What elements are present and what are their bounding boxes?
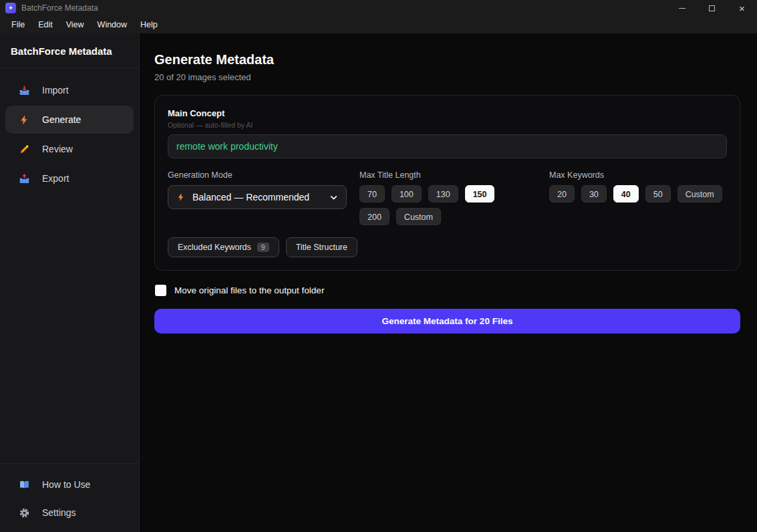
- title-structure-button[interactable]: Title Structure: [286, 237, 357, 257]
- title-length-custom[interactable]: Custom: [396, 208, 441, 225]
- keywords-30[interactable]: 30: [581, 185, 607, 203]
- generation-mode-label: Generation Mode: [168, 170, 347, 180]
- chevron-down-icon: [329, 193, 338, 202]
- excluded-keywords-label: Excluded Keywords: [178, 243, 251, 252]
- sidebar-item-export[interactable]: Export: [5, 164, 134, 192]
- title-length-150[interactable]: 150: [465, 185, 495, 203]
- sidebar-item-label: How to Use: [42, 479, 90, 490]
- gear-icon: [19, 507, 30, 519]
- move-files-row: Move original files to the output folder: [154, 285, 740, 296]
- sidebar-nav: Import Generate: [0, 68, 139, 201]
- minimize-icon: [679, 8, 686, 9]
- extras-row: Excluded Keywords 9 Title Structure: [168, 237, 727, 257]
- sidebar-item-label: Export: [42, 173, 69, 184]
- move-files-checkbox[interactable]: [155, 285, 166, 296]
- maximize-icon: [709, 5, 715, 11]
- window-title: BatchForce Metadata: [21, 3, 98, 13]
- sidebar-item-label: Settings: [42, 507, 76, 518]
- max-title-length-group: Max Title Length 70 100 130 150 200 Cust…: [359, 170, 549, 225]
- sidebar-app-name: BatchForce Metadata: [11, 45, 128, 57]
- keywords-40[interactable]: 40: [613, 185, 639, 203]
- main-content: Generate Metadata 20 of 20 images select…: [140, 33, 757, 532]
- generation-mode-value: Balanced — Recommended: [192, 192, 309, 203]
- title-length-200[interactable]: 200: [359, 208, 390, 225]
- menu-help[interactable]: Help: [134, 18, 164, 31]
- close-button[interactable]: ×: [727, 0, 757, 16]
- book-icon: [19, 479, 30, 491]
- excluded-keywords-button[interactable]: Excluded Keywords 9: [168, 237, 279, 257]
- sidebar-item-settings[interactable]: Settings: [5, 499, 134, 527]
- maximize-button[interactable]: [697, 0, 727, 16]
- lightning-icon: [176, 192, 186, 202]
- sidebar-item-label: Review: [42, 144, 73, 154]
- title-length-70[interactable]: 70: [359, 185, 385, 203]
- sidebar-item-generate[interactable]: Generate: [5, 106, 134, 134]
- max-keywords-options: 20 30 40 50 Custom: [549, 185, 727, 203]
- pencil-icon: [19, 144, 30, 155]
- outbox-tray-icon: [19, 173, 30, 184]
- title-structure-label: Title Structure: [296, 243, 347, 252]
- sidebar-item-how-to-use[interactable]: How to Use: [5, 471, 134, 499]
- max-title-length-label: Max Title Length: [359, 170, 549, 180]
- keywords-custom[interactable]: Custom: [677, 185, 722, 203]
- keywords-50[interactable]: 50: [645, 185, 671, 203]
- sidebar-item-label: Generate: [42, 114, 81, 125]
- generate-metadata-button[interactable]: Generate Metadata for 20 Files: [154, 309, 740, 334]
- lightning-icon: [19, 114, 30, 126]
- titlebar: ✦ BatchForce Metadata ×: [0, 0, 757, 16]
- sidebar-item-review[interactable]: Review: [5, 135, 134, 163]
- app-logo-icon: ✦: [5, 3, 16, 13]
- main-concept-label: Main Concept: [168, 108, 727, 118]
- title-length-130[interactable]: 130: [428, 185, 458, 203]
- keywords-20[interactable]: 20: [549, 185, 575, 203]
- window-controls: ×: [667, 0, 757, 16]
- generation-mode-select[interactable]: Balanced — Recommended: [168, 185, 347, 209]
- max-keywords-label: Max Keywords: [549, 170, 727, 180]
- menu-file[interactable]: File: [5, 18, 31, 31]
- main-concept-hint: Optional — auto-filled by AI: [168, 121, 727, 129]
- menu-edit[interactable]: Edit: [32, 18, 59, 31]
- page-title: Generate Metadata: [154, 52, 740, 68]
- sidebar-header: BatchForce Metadata: [0, 33, 139, 68]
- controls-row: Generation Mode Balanced — Recommended M…: [168, 170, 727, 225]
- max-keywords-group: Max Keywords 20 30 40 50 Custom: [549, 170, 727, 225]
- move-files-label: Move original files to the output folder: [174, 285, 324, 295]
- menu-view[interactable]: View: [60, 18, 90, 31]
- close-icon: ×: [739, 3, 745, 13]
- excluded-keywords-count-badge: 9: [257, 243, 269, 253]
- inbox-tray-icon: [19, 85, 30, 96]
- menu-window[interactable]: Window: [92, 18, 133, 31]
- menubar: File Edit View Window Help: [0, 16, 757, 33]
- main-concept-input[interactable]: [168, 134, 727, 158]
- title-length-100[interactable]: 100: [392, 185, 422, 203]
- sidebar-item-import[interactable]: Import: [5, 76, 134, 104]
- sidebar-item-label: Import: [42, 85, 69, 96]
- minimize-button[interactable]: [667, 0, 697, 16]
- selection-status: 20 of 20 images selected: [154, 72, 740, 82]
- sidebar-footer: How to Use Settings: [0, 463, 139, 532]
- generation-settings-card: Main Concept Optional — auto-filled by A…: [154, 95, 740, 271]
- generation-mode-group: Generation Mode Balanced — Recommended: [168, 170, 347, 225]
- sidebar: BatchForce Metadata Import: [0, 33, 140, 532]
- max-title-length-options: 70 100 130 150 200 Custom: [359, 185, 520, 225]
